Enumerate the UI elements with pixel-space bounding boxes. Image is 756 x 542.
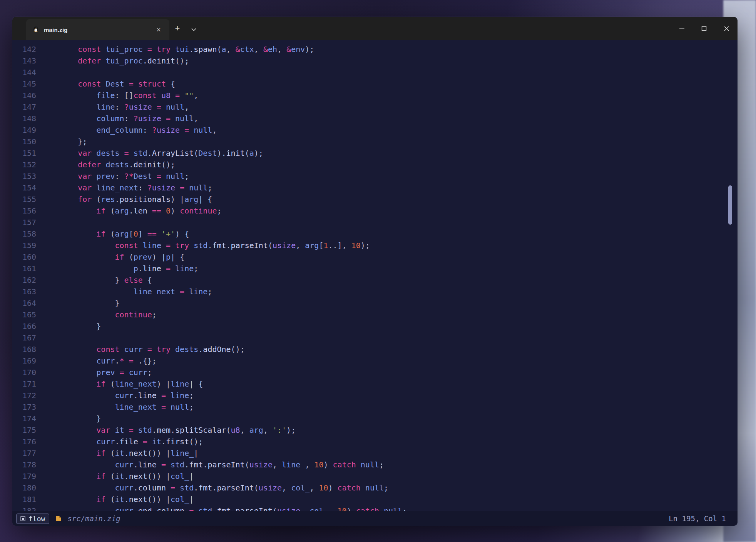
line-number: 173 — [12, 401, 36, 413]
line-number: 182 — [12, 505, 36, 511]
code-line: 175 var it = std.mem.splitScalar(u8, arg… — [12, 424, 738, 436]
code-line: 144 — [12, 67, 738, 78]
code-line: 162 } else { — [12, 274, 738, 286]
line-number: 176 — [12, 436, 36, 447]
code-line: 150 }; — [12, 136, 738, 147]
line-number: 155 — [12, 193, 36, 205]
terminal-window: main.zig × + 142 const tui_proc = try tu… — [12, 17, 738, 526]
line-number: 159 — [12, 240, 36, 251]
code-line: 178 curr.line = std.fmt.parseInt(usize, … — [12, 459, 738, 470]
line-number: 175 — [12, 424, 36, 436]
tab-title: main.zig — [44, 27, 68, 33]
code-line: 169 curr.* = .{}; — [12, 355, 738, 367]
code-line: 164 } — [12, 297, 738, 309]
mode-indicator[interactable]: flow — [16, 514, 49, 524]
close-button[interactable] — [715, 17, 738, 40]
line-number: 143 — [12, 55, 36, 67]
new-tab-button[interactable]: + — [169, 17, 186, 40]
line-number: 158 — [12, 228, 36, 240]
tab-main-zig[interactable]: main.zig × — [26, 19, 169, 40]
line-number: 145 — [12, 78, 36, 90]
line-number: 167 — [12, 332, 36, 344]
tab-close-icon[interactable]: × — [154, 25, 163, 34]
code-line: 170 prev = curr; — [12, 367, 738, 378]
code-line: 182 curr.end_column = std.fmt.parseInt(u… — [12, 505, 738, 511]
line-number: 152 — [12, 159, 36, 170]
line-number: 160 — [12, 251, 36, 263]
line-number: 142 — [12, 43, 36, 55]
scrollbar-thumb[interactable] — [728, 185, 732, 225]
code-line: 154 var line_next: ?usize = null; — [12, 182, 738, 193]
line-number: 153 — [12, 170, 36, 182]
statusbar: flow src/main.zig Ln 195, Col 1 — [12, 511, 738, 526]
code-line: 143 defer tui_proc.deinit(); — [12, 55, 738, 67]
line-number: 154 — [12, 182, 36, 193]
code-line: 166 } — [12, 320, 738, 332]
mode-grid-icon — [20, 515, 25, 523]
code-line: 160 if (prev) |p| { — [12, 251, 738, 263]
line-number: 177 — [12, 447, 36, 459]
code-line: 173 line_next = null; — [12, 401, 738, 413]
line-number: 144 — [12, 67, 36, 78]
code-line: 176 curr.file = it.first(); — [12, 436, 738, 447]
code-line: 177 if (it.next()) |line_| — [12, 447, 738, 459]
line-number: 162 — [12, 274, 36, 286]
line-number: 179 — [12, 470, 36, 482]
line-number: 151 — [12, 147, 36, 159]
line-number: 178 — [12, 459, 36, 470]
code-line: 161 p.line = line; — [12, 263, 738, 274]
line-number: 161 — [12, 263, 36, 274]
line-number: 170 — [12, 367, 36, 378]
modified-file-icon — [55, 515, 61, 522]
status-file-path[interactable]: src/main.zig — [67, 514, 120, 523]
code-line: 168 const curr = try dests.addOne(); — [12, 344, 738, 355]
code-line: 142 const tui_proc = try tui.spawn(a, &c… — [12, 43, 738, 55]
line-number: 166 — [12, 320, 36, 332]
code-line: 172 curr.line = line; — [12, 390, 738, 401]
line-number: 156 — [12, 205, 36, 217]
cursor-position: Ln 195, Col 1 — [669, 514, 726, 523]
mode-label: flow — [28, 515, 45, 523]
code-line: 153 var prev: ?*Dest = null; — [12, 170, 738, 182]
code-line: 146 file: []const u8 = "", — [12, 90, 738, 101]
line-number: 165 — [12, 309, 36, 320]
code-line: 171 if (line_next) |line| { — [12, 378, 738, 390]
line-number: 172 — [12, 390, 36, 401]
code-editor[interactable]: 142 const tui_proc = try tui.spawn(a, &c… — [12, 40, 738, 511]
line-number: 180 — [12, 482, 36, 494]
line-number: 157 — [12, 217, 36, 228]
line-number: 146 — [12, 90, 36, 101]
line-number: 148 — [12, 113, 36, 124]
line-number: 171 — [12, 378, 36, 390]
code-line: 163 line_next = line; — [12, 286, 738, 297]
line-number: 174 — [12, 413, 36, 424]
line-number: 181 — [12, 494, 36, 505]
chevron-down-icon — [191, 23, 196, 33]
code-line: 156 if (arg.len == 0) continue; — [12, 205, 738, 217]
titlebar: main.zig × + — [12, 17, 738, 40]
line-number: 164 — [12, 297, 36, 309]
code-line: 167 — [12, 332, 738, 344]
line-number: 168 — [12, 344, 36, 355]
code-lines: 142 const tui_proc = try tui.spawn(a, &c… — [12, 43, 738, 511]
linux-penguin-icon — [32, 25, 39, 34]
code-line: 181 if (it.next()) |col_| — [12, 494, 738, 505]
window-controls — [671, 17, 738, 40]
code-line: 151 var dests = std.ArrayList(Dest).init… — [12, 147, 738, 159]
line-number: 149 — [12, 124, 36, 136]
code-line: 149 end_column: ?usize = null, — [12, 124, 738, 136]
code-line: 174 } — [12, 413, 738, 424]
code-line: 152 defer dests.deinit(); — [12, 159, 738, 170]
maximize-button[interactable] — [693, 17, 715, 40]
line-number: 147 — [12, 101, 36, 113]
minimize-button[interactable] — [671, 17, 693, 40]
code-line: 165 continue; — [12, 309, 738, 320]
code-line: 158 if (arg[0] == '+') { — [12, 228, 738, 240]
code-line: 148 column: ?usize = null, — [12, 113, 738, 124]
code-line: 179 if (it.next()) |col_| — [12, 470, 738, 482]
tab-dropdown-button[interactable] — [186, 17, 202, 40]
line-number: 163 — [12, 286, 36, 297]
line-number: 169 — [12, 355, 36, 367]
code-line: 159 const line = try std.fmt.parseInt(us… — [12, 240, 738, 251]
code-line: 155 for (res.positionals) |arg| { — [12, 193, 738, 205]
